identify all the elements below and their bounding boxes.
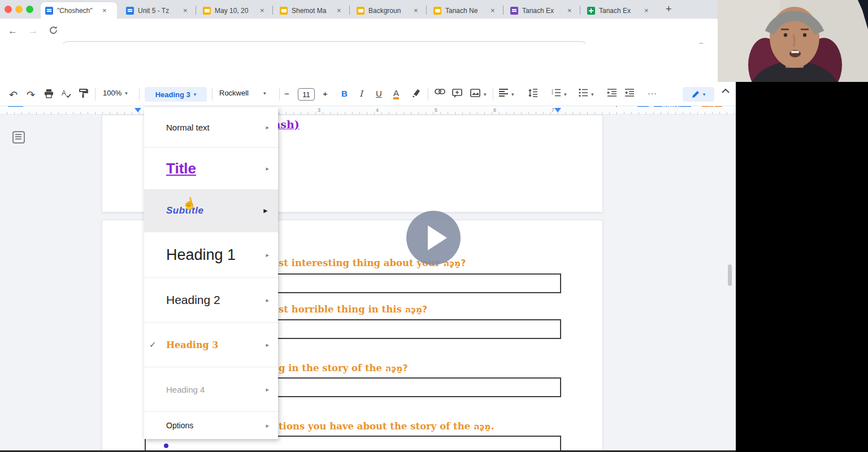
- tab-tanach-ex-sheets[interactable]: Tanach Ex ×: [583, 2, 655, 19]
- tab-tanach-ex-forms[interactable]: Tanach Ex ×: [506, 2, 578, 19]
- slides-favicon-icon: [433, 7, 441, 15]
- close-tab-icon[interactable]: ×: [337, 6, 341, 15]
- tab-may10[interactable]: May 10, 20 ×: [198, 2, 271, 19]
- checkmark-icon: ✓: [149, 340, 157, 350]
- style-option-options[interactable]: Options ▸: [144, 412, 278, 439]
- zoom-window-button[interactable]: [26, 6, 33, 13]
- svg-text:2: 2: [552, 92, 553, 95]
- increase-indent-icon[interactable]: [625, 89, 634, 97]
- style-option-normal-text[interactable]: Normal text ▸: [144, 107, 278, 147]
- tab-choshech[interactable]: "Choshech" ×: [41, 2, 117, 19]
- tab-label: Shemot Ma: [292, 7, 333, 15]
- text-color-button[interactable]: A: [393, 89, 399, 99]
- format-toolbar: ↶ ↷ A 100%▾ Heading 3 ▾ Rockwell▾: [0, 82, 736, 106]
- submenu-arrow-icon: ▸: [266, 386, 269, 393]
- font-select[interactable]: Rockwell▾: [219, 89, 266, 97]
- hide-menus-chevron-icon[interactable]: [722, 89, 730, 93]
- question-label-2: st horrible thing in this מַכָּה?: [279, 304, 427, 315]
- dropdown-caret-icon: ▾: [125, 90, 128, 96]
- submenu-arrow-icon: ▸: [266, 341, 269, 349]
- new-tab-button[interactable]: +: [666, 3, 672, 15]
- tab-background[interactable]: Backgroun ×: [352, 2, 424, 19]
- decrease-font-size-button[interactable]: −: [284, 89, 289, 98]
- close-tab-icon[interactable]: ×: [567, 6, 572, 15]
- left-indent-marker[interactable]: [134, 108, 141, 112]
- tab-unit5[interactable]: Unit 5 - Tz ×: [121, 2, 194, 19]
- styles-select[interactable]: Heading 3 ▾: [145, 87, 207, 102]
- zoom-select[interactable]: 100%▾: [103, 89, 128, 97]
- mouse-pointer-icon: ☝: [181, 195, 197, 212]
- more-options-icon[interactable]: ···: [648, 89, 657, 98]
- bulleted-list-icon[interactable]: [579, 89, 588, 97]
- close-window-button[interactable]: [5, 6, 12, 13]
- increase-font-size-button[interactable]: +: [323, 89, 328, 98]
- tab-tanach-ne[interactable]: Tanach Ne ×: [429, 2, 501, 19]
- insert-image-icon[interactable]: [470, 89, 480, 97]
- underline-button[interactable]: U: [376, 89, 382, 98]
- question-label-4: tions you have about the story of the מַ…: [279, 421, 494, 432]
- bulleted-list-caret-icon[interactable]: ▾: [591, 92, 594, 97]
- tab-shemot[interactable]: Shemot Ma ×: [275, 2, 348, 19]
- reload-icon[interactable]: [49, 25, 58, 35]
- image-caret-icon[interactable]: ▾: [484, 92, 487, 97]
- numbered-list-icon[interactable]: 12: [552, 89, 561, 97]
- close-tab-icon[interactable]: ×: [644, 6, 649, 15]
- vertical-scrollbar-thumb[interactable]: [728, 264, 732, 286]
- document-outline-icon[interactable]: [12, 131, 25, 144]
- slides-favicon-icon: [357, 7, 364, 15]
- styles-dropdown-menu: Normal text ▸ Title ▸ Subtitle ► Heading…: [144, 107, 278, 439]
- pencil-icon: [692, 90, 700, 98]
- style-option-heading-1[interactable]: Heading 1 ▸: [144, 232, 278, 277]
- submenu-arrow-icon: ▸: [266, 297, 269, 304]
- highlight-color-icon[interactable]: [412, 89, 421, 98]
- style-option-heading-3[interactable]: ✓ Heading 3 ▸: [144, 323, 278, 367]
- style-option-title[interactable]: Title ▸: [144, 147, 278, 189]
- document-canvas: ash) st interesting thing about your מַכ…: [0, 115, 736, 452]
- tab-label: Tanach Ne: [445, 7, 487, 15]
- undo-icon[interactable]: ↶: [9, 89, 18, 101]
- print-icon[interactable]: [44, 89, 54, 98]
- docs-favicon-icon: [126, 7, 134, 15]
- insert-link-icon[interactable]: [435, 89, 445, 94]
- italic-button[interactable]: I: [359, 89, 363, 99]
- editing-mode-select[interactable]: ▾: [683, 87, 714, 102]
- spellcheck-icon[interactable]: A: [62, 89, 71, 98]
- line-spacing-icon[interactable]: [528, 89, 537, 97]
- style-option-heading-4[interactable]: Heading 4 ▸: [144, 367, 278, 411]
- ruler: 3 4 5 6 7: [0, 107, 736, 115]
- submenu-arrow-icon: ▸: [266, 124, 269, 131]
- right-indent-marker[interactable]: [554, 108, 561, 112]
- style-option-subtitle[interactable]: Subtitle ►: [144, 190, 278, 232]
- forward-icon[interactable]: →: [28, 25, 38, 37]
- tab-bar: "Choshech" × Unit 5 - Tz × May 10, 20 × …: [0, 0, 736, 19]
- close-tab-icon[interactable]: ×: [414, 6, 418, 15]
- bold-button[interactable]: B: [341, 89, 348, 98]
- screen: "Choshech" × Unit 5 - Tz × May 10, 20 × …: [0, 0, 868, 452]
- svg-text:A: A: [62, 89, 66, 97]
- tab-label: Unit 5 - Tz: [138, 7, 180, 15]
- minimize-window-button[interactable]: [15, 6, 23, 13]
- close-tab-icon[interactable]: ×: [491, 6, 495, 15]
- paint-format-icon[interactable]: [79, 89, 88, 98]
- decrease-indent-icon[interactable]: [607, 89, 617, 97]
- add-comment-icon[interactable]: [452, 89, 462, 98]
- list-bullet: [164, 444, 168, 448]
- tab-label: Tanach Ex: [599, 7, 641, 15]
- close-tab-icon[interactable]: ×: [102, 6, 107, 15]
- sheets-favicon-icon: [587, 7, 595, 15]
- font-size-input[interactable]: 11: [298, 88, 315, 101]
- close-tab-icon[interactable]: ×: [260, 6, 264, 15]
- close-tab-icon[interactable]: ×: [183, 6, 188, 15]
- numbered-list-caret-icon[interactable]: ▾: [564, 92, 567, 97]
- video-play-button[interactable]: [406, 211, 461, 265]
- redo-icon[interactable]: ↷: [27, 89, 35, 101]
- slides-favicon-icon: [280, 7, 288, 15]
- style-option-heading-2[interactable]: Heading 2 ▸: [144, 278, 278, 322]
- navigation-bar: ← → docs.google.com/document/d/1Tfu1hnzu…: [0, 19, 736, 44]
- dropdown-caret-icon: ▾: [703, 92, 706, 97]
- align-icon[interactable]: [499, 89, 508, 97]
- align-caret-icon[interactable]: ▾: [511, 92, 514, 97]
- back-icon[interactable]: ←: [8, 25, 18, 37]
- webcam-video: [718, 0, 868, 82]
- browser-window: "Choshech" × Unit 5 - Tz × May 10, 20 × …: [0, 0, 736, 452]
